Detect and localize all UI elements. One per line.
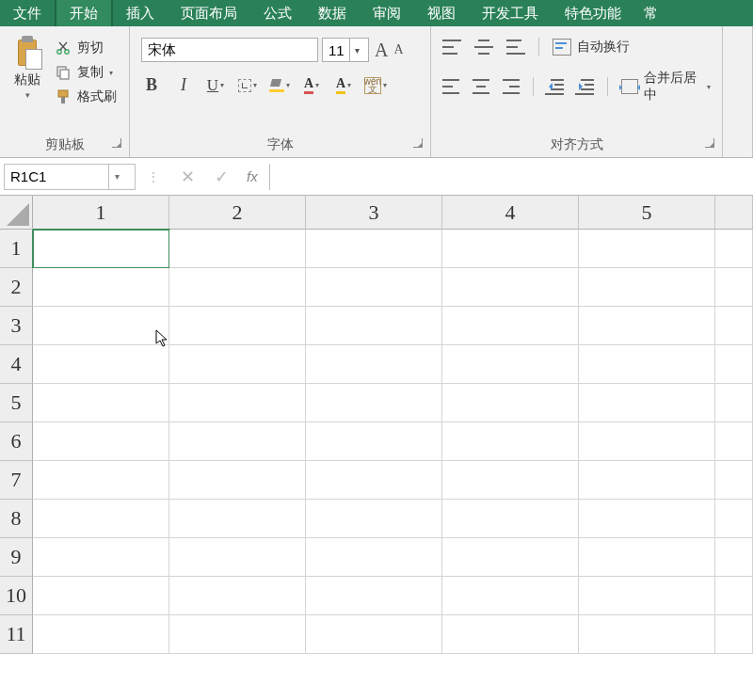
cell[interactable] [306, 577, 442, 615]
row-header[interactable]: 2 [0, 268, 33, 307]
cell[interactable] [306, 500, 442, 538]
cell[interactable] [33, 230, 169, 268]
cell[interactable] [442, 345, 579, 384]
cell[interactable] [306, 538, 442, 577]
font-size-dropdown[interactable]: ▾ [349, 39, 364, 61]
menu-home[interactable]: 开始 [56, 0, 112, 26]
menu-page-layout[interactable]: 页面布局 [168, 0, 250, 26]
cell[interactable] [169, 461, 306, 500]
formula-input[interactable] [269, 164, 749, 190]
cell[interactable] [715, 461, 753, 500]
name-box-input[interactable] [5, 168, 108, 184]
select-all-corner[interactable] [0, 196, 33, 230]
cell[interactable] [169, 345, 306, 384]
cell[interactable] [306, 422, 442, 461]
cell[interactable] [579, 461, 715, 500]
cell[interactable] [579, 230, 715, 268]
paste-dropdown[interactable]: ▾ [25, 90, 30, 100]
bold-button[interactable]: B [141, 75, 162, 95]
cell[interactable] [306, 307, 442, 345]
cell[interactable] [442, 500, 579, 538]
cell[interactable] [442, 307, 579, 345]
align-left-button[interactable] [442, 79, 459, 94]
cell[interactable] [33, 577, 169, 615]
phonetic-button[interactable]: wén文 ▾ [365, 77, 386, 94]
align-top-button[interactable] [442, 40, 461, 55]
cell[interactable] [579, 345, 715, 384]
menu-review[interactable]: 审阅 [360, 0, 414, 26]
row-header[interactable]: 8 [0, 500, 33, 538]
row-header[interactable]: 9 [0, 538, 33, 577]
increase-font-button[interactable]: A [375, 40, 388, 61]
menu-developer[interactable]: 开发工具 [469, 0, 552, 26]
italic-button[interactable]: I [173, 75, 194, 95]
cell[interactable] [442, 577, 579, 615]
column-header[interactable]: 5 [579, 196, 715, 230]
row-header[interactable]: 4 [0, 345, 33, 384]
row-header[interactable]: 6 [0, 422, 33, 461]
cell[interactable] [306, 230, 442, 268]
underline-button[interactable]: U▾ [205, 76, 226, 95]
menu-overflow[interactable]: 常 [634, 0, 662, 26]
cell[interactable] [169, 577, 306, 615]
cell[interactable] [169, 615, 306, 654]
fx-button[interactable]: fx [241, 168, 264, 184]
cell[interactable] [169, 384, 306, 422]
cell[interactable] [33, 422, 169, 461]
menu-special[interactable]: 特色功能 [552, 0, 634, 26]
paste-button[interactable]: 粘贴 ▾ [6, 30, 49, 100]
row-header[interactable]: 5 [0, 384, 33, 422]
cell[interactable] [579, 384, 715, 422]
cell[interactable] [715, 500, 753, 538]
highlight-button[interactable]: A▾ [333, 76, 354, 94]
merge-dropdown[interactable]: ▾ [707, 83, 711, 91]
decrease-font-button[interactable]: A [393, 42, 403, 57]
align-right-button[interactable] [503, 79, 520, 94]
menu-view[interactable]: 视图 [414, 0, 469, 26]
cell[interactable] [442, 615, 579, 654]
cell[interactable] [169, 268, 306, 307]
cancel-button[interactable]: ✕ [173, 167, 201, 187]
cell[interactable] [715, 307, 753, 345]
merge-center-button[interactable]: 合并后居中 ▾ [621, 70, 711, 103]
cut-button[interactable]: 剪切 [55, 40, 117, 56]
cell[interactable] [442, 230, 579, 268]
cell[interactable] [33, 384, 169, 422]
cell[interactable] [715, 345, 753, 384]
cell[interactable] [579, 422, 715, 461]
cell[interactable] [33, 538, 169, 577]
cell[interactable] [579, 500, 715, 538]
confirm-button[interactable]: ✓ [207, 167, 235, 187]
menu-file[interactable]: 文件 [0, 0, 55, 26]
fill-color-button[interactable]: ▾ [269, 79, 290, 92]
cell[interactable] [442, 461, 579, 500]
cell[interactable] [442, 538, 579, 577]
row-header[interactable]: 3 [0, 307, 33, 345]
cell[interactable] [715, 577, 753, 615]
align-middle-button[interactable] [474, 40, 493, 55]
cell[interactable] [306, 268, 442, 307]
cell[interactable] [715, 268, 753, 307]
font-name-input[interactable] [142, 42, 332, 58]
cell[interactable] [169, 500, 306, 538]
column-header[interactable] [715, 196, 753, 230]
name-box-dropdown[interactable]: ▾ [108, 165, 125, 189]
cell[interactable] [169, 422, 306, 461]
cell[interactable] [442, 268, 579, 307]
font-size-combo[interactable]: ▾ [322, 38, 369, 62]
font-dialog-launcher[interactable] [413, 138, 423, 148]
increase-indent-button[interactable] [577, 79, 594, 94]
cell[interactable] [579, 307, 715, 345]
cell[interactable] [33, 500, 169, 538]
cell[interactable] [33, 345, 169, 384]
copy-dropdown[interactable]: ▾ [109, 69, 113, 77]
cell[interactable] [579, 268, 715, 307]
cell[interactable] [442, 422, 579, 461]
row-header[interactable]: 7 [0, 461, 33, 500]
wrap-text-button[interactable]: 自动换行 [553, 39, 630, 56]
cell[interactable] [33, 615, 169, 654]
cell[interactable] [306, 384, 442, 422]
cell[interactable] [579, 577, 715, 615]
cell[interactable] [306, 345, 442, 384]
column-header[interactable]: 3 [306, 196, 442, 230]
